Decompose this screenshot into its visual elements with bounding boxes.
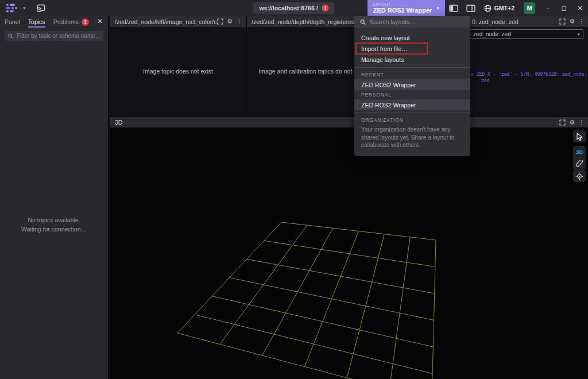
panel-title: /zed/zed_node/left/image_rect_color/comp…	[115, 18, 217, 25]
sidebar-close-icon[interactable]: ✕	[95, 17, 105, 25]
menu-item-manage-layouts[interactable]: Manage layouts	[354, 54, 470, 65]
menu-section-recent: RECENT	[354, 70, 470, 79]
app-menu-chevron-icon[interactable]: ▾	[23, 5, 26, 11]
window-close-button[interactable]: ✕	[572, 0, 588, 16]
top-panel-row: /zed/zed_node/left/image_rect_color/comp…	[110, 16, 588, 115]
search-icon	[360, 19, 366, 25]
menu-item-recent-layout[interactable]: ZED ROS2 Wrapper	[354, 79, 470, 90]
right-sidebar-toggle-icon[interactable]	[462, 0, 479, 16]
settings-icon[interactable]: ⚙	[569, 18, 575, 25]
topics-empty-state: No topics available. Waiting for connect…	[0, 216, 108, 234]
panel-menu-icon[interactable]: ⋮	[236, 18, 242, 25]
topics-empty-line1: No topics available.	[0, 216, 108, 225]
add-panel-icon[interactable]	[36, 4, 45, 12]
connection-url: ws://localhost:8766 /	[259, 5, 318, 11]
diagnostic-status-line1[interactable]: s ZED X - 'zed' - S/N: 40976320: zed_nod…	[471, 72, 587, 77]
center-view-button[interactable]	[573, 170, 586, 182]
app-bar: ▾ ws://localhost:8766 / ! LAYOUT ZED ROS…	[0, 0, 588, 16]
panel-header[interactable]: 3D ⚙ ⋮	[110, 117, 588, 127]
layout-menu-button[interactable]: LAYOUT ZED ROS2 Wrapper ▾	[368, 0, 445, 16]
search-icon	[8, 33, 13, 39]
layout-chevron-icon: ▾	[436, 5, 439, 11]
ruler-icon	[575, 160, 583, 168]
focus-tool-group	[573, 170, 586, 182]
chevron-down-icon: ▾	[577, 32, 580, 37]
topic-search-input[interactable]	[17, 33, 100, 39]
menu-item-personal-layout[interactable]: ZED ROS2 Wrapper	[354, 99, 470, 110]
tab-panel[interactable]: Panel	[5, 18, 20, 25]
toggle-3d-label: 3D	[576, 149, 583, 155]
image-panel-left: /zed/zed_node/left/image_rect_color/comp…	[110, 16, 247, 115]
tab-problems[interactable]: Problems 2	[53, 18, 89, 26]
panel-menu-icon[interactable]: ⋮	[578, 119, 585, 126]
window-maximize-button[interactable]: ◻	[556, 0, 572, 16]
menu-item-import-from-file[interactable]: Import from file…	[354, 43, 470, 54]
target-icon	[575, 172, 583, 180]
timezone-button[interactable]: GMT+2	[479, 5, 519, 12]
measure-tool-button[interactable]	[573, 158, 586, 170]
organization-empty-text: Your organization doesn't have any share…	[354, 125, 470, 152]
fullscreen-icon[interactable]	[217, 18, 223, 25]
topic-search-box[interactable]	[5, 31, 103, 41]
diagnostic-status-line2[interactable]: zed	[481, 78, 489, 83]
threed-viewport[interactable]: 3D	[110, 127, 588, 379]
connection-error-badge[interactable]: !	[322, 5, 329, 11]
layout-search-box[interactable]	[354, 16, 470, 28]
connection-title[interactable]: ws://localhost:8766 / !	[253, 2, 334, 14]
problems-count-badge: 2	[82, 18, 89, 26]
left-sidebar-toggle-icon[interactable]	[445, 0, 462, 16]
threed-panel: 3D ⚙ ⋮ 3D	[110, 116, 588, 379]
layout-dropdown-menu: Create new layout Import from file… Mana…	[354, 16, 470, 156]
globe-icon	[484, 5, 492, 12]
view-tool-group: 3D	[573, 146, 586, 170]
tab-topics[interactable]: Topics	[28, 18, 45, 25]
topics-empty-line2: Waiting for connection…	[0, 225, 108, 234]
image-panel-message: Image topic does not exist	[110, 68, 246, 75]
layout-search-input[interactable]	[370, 18, 465, 25]
tab-problems-label: Problems	[53, 18, 79, 25]
fullscreen-icon[interactable]	[559, 119, 566, 126]
cursor-icon	[576, 133, 583, 141]
panel-header[interactable]: /zed/zed_node/left/image_rect_color/comp…	[110, 16, 246, 27]
foxglove-logo-icon[interactable]	[5, 3, 20, 13]
window-minimize-button[interactable]: –	[540, 0, 556, 16]
settings-icon[interactable]: ⚙	[227, 18, 233, 25]
menu-section-organization: ORGANIZATION	[354, 115, 470, 125]
timezone-label: GMT+2	[494, 5, 514, 11]
menu-divider	[354, 113, 470, 113]
layout-button-value: ZED ROS2 Wrapper	[373, 7, 432, 14]
panel-menu-icon[interactable]: ⋮	[578, 18, 585, 25]
layout-button-caption: LAYOUT	[373, 2, 432, 7]
image-panel-body[interactable]: Image topic does not exist	[110, 27, 246, 115]
menu-item-create-layout[interactable]: Create new layout	[354, 32, 470, 43]
fullscreen-icon[interactable]	[559, 18, 566, 25]
menu-divider	[354, 67, 470, 68]
sidebar-tab-strip: Panel Topics Problems 2 ✕	[0, 16, 108, 28]
user-avatar[interactable]: M	[524, 2, 535, 14]
settings-icon[interactable]: ⚙	[569, 119, 575, 126]
select-tool-button[interactable]	[573, 130, 586, 142]
panel-title: 3D	[115, 119, 559, 126]
ground-grid	[110, 127, 588, 379]
menu-section-personal: PERSONAL	[354, 90, 470, 99]
toggle-3d-button[interactable]: 3D	[573, 146, 586, 158]
camera-tool-group	[573, 130, 586, 142]
panel-workspace: /zed/zed_node/left/image_rect_color/comp…	[110, 16, 588, 379]
left-sidebar: Panel Topics Problems 2 ✕ No topics avai…	[0, 16, 109, 379]
